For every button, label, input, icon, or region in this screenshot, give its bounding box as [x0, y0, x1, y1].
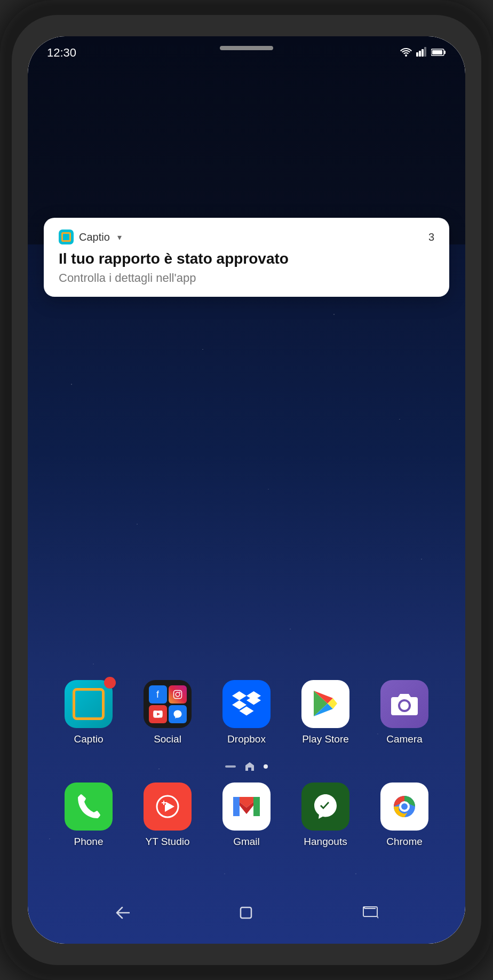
camera-icon-wrapper [380, 680, 428, 728]
captio-badge [104, 677, 116, 689]
notification-card[interactable]: Captio ▾ 3 Il tuo rapporto è stato appro… [44, 218, 449, 297]
svg-rect-3 [422, 49, 424, 57]
phone-outer: 12:30 [0, 0, 493, 980]
screen-top: 12:30 [28, 36, 465, 244]
app-item-gmail[interactable]: Gmail [217, 783, 276, 848]
camera-app-icon [380, 680, 428, 728]
notif-app-name: Captio [79, 231, 110, 243]
social-label: Social [154, 733, 181, 745]
speaker [220, 46, 273, 50]
app-item-dropbox[interactable]: Dropbox [217, 680, 276, 745]
home-dot-icon [244, 761, 255, 772]
hangouts-app-icon [301, 783, 349, 831]
captio-notif-border [61, 232, 71, 242]
app-row-2: Phone [28, 783, 465, 848]
app-row-1: Captio f [28, 680, 465, 745]
recents-button[interactable] [234, 900, 258, 929]
captio-inner [73, 688, 105, 720]
chrome-label: Chrome [386, 836, 423, 848]
home-screen: Captio f [28, 244, 465, 944]
phone-icon-wrapper [65, 783, 113, 831]
battery-icon [431, 46, 446, 60]
svg-point-9 [176, 692, 180, 697]
notif-count: 3 [428, 231, 434, 243]
yt-studio-app-icon [144, 783, 192, 831]
app-item-yt-studio[interactable]: YT Studio [138, 783, 197, 848]
signal-icon [416, 46, 427, 60]
captio-app-icon [65, 680, 113, 728]
hangouts-icon-wrapper [301, 783, 349, 831]
status-icons [400, 46, 446, 60]
notif-chevron-icon[interactable]: ▾ [117, 232, 122, 242]
svg-rect-20 [241, 907, 251, 918]
phone-app-icon [65, 783, 113, 831]
svg-point-11 [400, 701, 409, 710]
nav-lines-icon [225, 765, 236, 768]
chrome-icon-wrapper [380, 783, 428, 831]
social-icon-wrapper: f [144, 680, 192, 728]
svg-point-10 [179, 692, 180, 693]
menu-button[interactable] [357, 900, 384, 928]
hangouts-label: Hangouts [304, 836, 347, 848]
gmail-label: Gmail [233, 836, 260, 848]
gmail-app-icon [222, 783, 271, 831]
dropbox-icon-wrapper [222, 680, 271, 728]
yt-studio-icon-wrapper [144, 783, 192, 831]
nav-dot-active [264, 764, 268, 769]
svg-rect-2 [419, 51, 421, 57]
svg-rect-1 [416, 52, 418, 57]
back-button[interactable] [109, 900, 135, 928]
nav-dots [28, 761, 465, 772]
app-item-camera[interactable]: Camera [375, 680, 434, 745]
dropbox-label: Dropbox [227, 733, 266, 745]
app-grid-area: Captio f [28, 680, 465, 858]
notif-title: Il tuo rapporto è stato approvato [59, 250, 434, 268]
camera-label: Camera [386, 733, 423, 745]
notif-app-info: Captio ▾ [59, 230, 122, 244]
app-item-playstore[interactable]: Play Store [296, 680, 355, 745]
notif-body: Controlla i dettagli nell'app [59, 271, 434, 285]
playstore-app-icon [301, 680, 349, 728]
notif-header: Captio ▾ 3 [59, 230, 434, 244]
facebook-sub-icon: f [149, 685, 167, 704]
playstore-label: Play Store [302, 733, 349, 745]
bottom-nav [28, 885, 465, 944]
time-display: 12:30 [47, 46, 76, 60]
svg-point-0 [405, 54, 407, 57]
app-item-hangouts[interactable]: Hangouts [296, 783, 355, 848]
app-item-chrome[interactable]: Chrome [375, 783, 434, 848]
app-item-phone[interactable]: Phone [59, 783, 118, 848]
app-item-social[interactable]: f [138, 680, 197, 745]
wifi-icon [400, 46, 412, 60]
social-app-icon: f [144, 680, 192, 728]
svg-rect-8 [173, 691, 181, 699]
dropbox-app-icon [222, 680, 271, 728]
screen: 12:30 [28, 36, 465, 944]
svg-point-19 [401, 803, 408, 810]
svg-rect-4 [424, 47, 426, 57]
chrome-app-icon [380, 783, 428, 831]
svg-rect-6 [444, 51, 446, 54]
playstore-icon-wrapper [301, 680, 349, 728]
svg-rect-15 [253, 797, 260, 816]
youtube-sub-icon [149, 705, 167, 723]
app-item-captio[interactable]: Captio [59, 680, 118, 745]
messenger-sub-icon [169, 705, 187, 723]
phone-label: Phone [74, 836, 104, 848]
yt-studio-label: YT Studio [145, 836, 189, 848]
phone-middle: 12:30 [12, 15, 481, 965]
captio-icon-wrapper [65, 680, 113, 728]
svg-rect-14 [233, 797, 240, 816]
phone-inner: 12:30 [28, 36, 465, 944]
instagram-sub-icon [169, 685, 187, 704]
svg-rect-7 [432, 50, 442, 54]
captio-notif-icon [59, 230, 74, 244]
captio-label: Captio [74, 733, 104, 745]
gmail-icon-wrapper [222, 783, 271, 831]
